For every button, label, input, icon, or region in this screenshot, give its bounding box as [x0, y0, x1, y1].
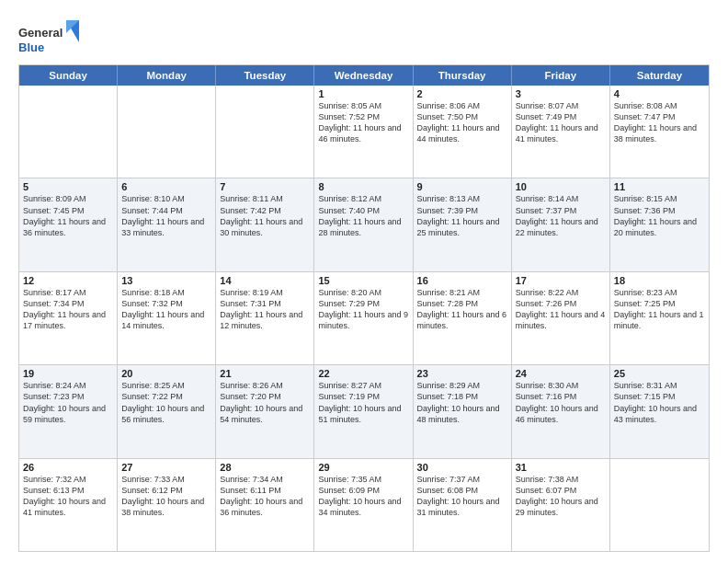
cell-info: Sunrise: 8:20 AM Sunset: 7:29 PM Dayligh… — [318, 287, 408, 332]
day-number: 10 — [516, 181, 606, 192]
day-number: 19 — [23, 368, 113, 379]
day-number: 4 — [614, 88, 705, 99]
day-number: 25 — [614, 368, 705, 379]
cell-info: Sunrise: 8:12 AM Sunset: 7:40 PM Dayligh… — [318, 193, 408, 238]
calendar-row-5: 26Sunrise: 7:32 AM Sunset: 6:13 PM Dayli… — [19, 458, 709, 551]
day-header-tuesday: Tuesday — [216, 65, 314, 86]
cal-cell: 20Sunrise: 8:25 AM Sunset: 7:22 PM Dayli… — [118, 365, 216, 457]
day-number: 31 — [516, 462, 606, 473]
cal-cell: 30Sunrise: 7:37 AM Sunset: 6:08 PM Dayli… — [414, 459, 512, 551]
cal-cell: 22Sunrise: 8:27 AM Sunset: 7:19 PM Dayli… — [314, 365, 413, 457]
cal-cell: 15Sunrise: 8:20 AM Sunset: 7:29 PM Dayli… — [314, 272, 413, 364]
cal-cell — [19, 86, 118, 178]
day-number: 17 — [516, 275, 606, 286]
cell-info: Sunrise: 8:29 AM Sunset: 7:18 PM Dayligh… — [417, 380, 507, 425]
day-number: 16 — [417, 275, 507, 286]
cell-info: Sunrise: 7:37 AM Sunset: 6:08 PM Dayligh… — [417, 474, 507, 519]
day-header-wednesday: Wednesday — [314, 65, 413, 86]
day-number: 1 — [318, 88, 408, 99]
cell-info: Sunrise: 8:06 AM Sunset: 7:50 PM Dayligh… — [417, 100, 507, 145]
day-number: 5 — [23, 181, 113, 192]
cell-info: Sunrise: 8:22 AM Sunset: 7:26 PM Dayligh… — [516, 287, 606, 332]
cal-cell: 13Sunrise: 8:18 AM Sunset: 7:32 PM Dayli… — [118, 272, 216, 364]
day-number: 28 — [220, 462, 310, 473]
cell-info: Sunrise: 7:35 AM Sunset: 6:09 PM Dayligh… — [318, 474, 408, 519]
cell-info: Sunrise: 8:18 AM Sunset: 7:32 PM Dayligh… — [121, 287, 211, 332]
day-number: 21 — [220, 368, 310, 379]
cal-cell — [216, 86, 314, 178]
cal-cell: 6Sunrise: 8:10 AM Sunset: 7:44 PM Daylig… — [118, 178, 216, 270]
cal-cell — [118, 86, 216, 178]
cell-info: Sunrise: 7:33 AM Sunset: 6:12 PM Dayligh… — [121, 474, 211, 519]
day-number: 6 — [121, 181, 211, 192]
cell-info: Sunrise: 8:08 AM Sunset: 7:47 PM Dayligh… — [614, 100, 705, 145]
cell-info: Sunrise: 8:30 AM Sunset: 7:16 PM Dayligh… — [516, 380, 606, 425]
calendar-body: 1Sunrise: 8:05 AM Sunset: 7:52 PM Daylig… — [19, 86, 709, 551]
day-header-friday: Friday — [512, 65, 610, 86]
cell-info: Sunrise: 8:14 AM Sunset: 7:37 PM Dayligh… — [516, 193, 606, 238]
cell-info: Sunrise: 7:32 AM Sunset: 6:13 PM Dayligh… — [23, 474, 113, 519]
cal-cell: 18Sunrise: 8:23 AM Sunset: 7:25 PM Dayli… — [610, 272, 709, 364]
cal-cell: 24Sunrise: 8:30 AM Sunset: 7:16 PM Dayli… — [512, 365, 610, 457]
header: General Blue — [18, 17, 710, 57]
day-header-sunday: Sunday — [19, 65, 118, 86]
day-header-saturday: Saturday — [610, 65, 709, 86]
cell-info: Sunrise: 8:15 AM Sunset: 7:36 PM Dayligh… — [614, 193, 705, 238]
calendar-row-2: 5Sunrise: 8:09 AM Sunset: 7:45 PM Daylig… — [19, 178, 709, 270]
day-number: 14 — [220, 275, 310, 286]
cal-cell — [610, 459, 709, 551]
cell-info: Sunrise: 8:25 AM Sunset: 7:22 PM Dayligh… — [121, 380, 211, 425]
day-number: 18 — [614, 275, 705, 286]
cal-cell: 10Sunrise: 8:14 AM Sunset: 7:37 PM Dayli… — [512, 178, 610, 270]
cell-info: Sunrise: 8:24 AM Sunset: 7:23 PM Dayligh… — [23, 380, 113, 425]
cell-info: Sunrise: 8:21 AM Sunset: 7:28 PM Dayligh… — [417, 287, 507, 332]
calendar-row-1: 1Sunrise: 8:05 AM Sunset: 7:52 PM Daylig… — [19, 86, 709, 178]
cal-cell: 21Sunrise: 8:26 AM Sunset: 7:20 PM Dayli… — [216, 365, 314, 457]
day-number: 23 — [417, 368, 507, 379]
page: General Blue SundayMondayTuesdayWednesda… — [0, 0, 728, 563]
cal-cell: 3Sunrise: 8:07 AM Sunset: 7:49 PM Daylig… — [512, 86, 610, 178]
cell-info: Sunrise: 8:19 AM Sunset: 7:31 PM Dayligh… — [220, 287, 310, 332]
cell-info: Sunrise: 8:23 AM Sunset: 7:25 PM Dayligh… — [614, 287, 705, 332]
cell-info: Sunrise: 8:05 AM Sunset: 7:52 PM Dayligh… — [318, 100, 408, 145]
day-number: 29 — [318, 462, 408, 473]
calendar-header: SundayMondayTuesdayWednesdayThursdayFrid… — [19, 65, 709, 86]
cal-cell: 25Sunrise: 8:31 AM Sunset: 7:15 PM Dayli… — [610, 365, 709, 457]
day-number: 26 — [23, 462, 113, 473]
day-number: 15 — [318, 275, 408, 286]
day-number: 2 — [417, 88, 507, 99]
day-number: 9 — [417, 181, 507, 192]
cal-cell: 23Sunrise: 8:29 AM Sunset: 7:18 PM Dayli… — [414, 365, 512, 457]
cell-info: Sunrise: 7:38 AM Sunset: 6:07 PM Dayligh… — [516, 474, 606, 519]
cal-cell: 28Sunrise: 7:34 AM Sunset: 6:11 PM Dayli… — [216, 459, 314, 551]
cal-cell: 26Sunrise: 7:32 AM Sunset: 6:13 PM Dayli… — [19, 459, 118, 551]
cell-info: Sunrise: 8:07 AM Sunset: 7:49 PM Dayligh… — [516, 100, 606, 145]
cal-cell: 17Sunrise: 8:22 AM Sunset: 7:26 PM Dayli… — [512, 272, 610, 364]
day-number: 22 — [318, 368, 408, 379]
cal-cell: 19Sunrise: 8:24 AM Sunset: 7:23 PM Dayli… — [19, 365, 118, 457]
day-number: 12 — [23, 275, 113, 286]
cal-cell: 31Sunrise: 7:38 AM Sunset: 6:07 PM Dayli… — [512, 459, 610, 551]
cal-cell: 9Sunrise: 8:13 AM Sunset: 7:39 PM Daylig… — [414, 178, 512, 270]
cell-info: Sunrise: 8:11 AM Sunset: 7:42 PM Dayligh… — [220, 193, 310, 238]
logo: General Blue — [18, 17, 83, 57]
day-number: 7 — [220, 181, 310, 192]
cal-cell: 14Sunrise: 8:19 AM Sunset: 7:31 PM Dayli… — [216, 272, 314, 364]
day-header-thursday: Thursday — [414, 65, 512, 86]
svg-text:General: General — [18, 26, 63, 40]
day-header-monday: Monday — [118, 65, 216, 86]
cal-cell: 11Sunrise: 8:15 AM Sunset: 7:36 PM Dayli… — [610, 178, 709, 270]
cal-cell: 12Sunrise: 8:17 AM Sunset: 7:34 PM Dayli… — [19, 272, 118, 364]
day-number: 8 — [318, 181, 408, 192]
day-number: 11 — [614, 181, 705, 192]
cell-info: Sunrise: 8:10 AM Sunset: 7:44 PM Dayligh… — [121, 193, 211, 238]
cell-info: Sunrise: 8:17 AM Sunset: 7:34 PM Dayligh… — [23, 287, 113, 332]
cell-info: Sunrise: 8:27 AM Sunset: 7:19 PM Dayligh… — [318, 380, 408, 425]
day-number: 3 — [516, 88, 606, 99]
cal-cell: 2Sunrise: 8:06 AM Sunset: 7:50 PM Daylig… — [414, 86, 512, 178]
day-number: 20 — [121, 368, 211, 379]
cell-info: Sunrise: 8:13 AM Sunset: 7:39 PM Dayligh… — [417, 193, 507, 238]
cal-cell: 4Sunrise: 8:08 AM Sunset: 7:47 PM Daylig… — [610, 86, 709, 178]
day-number: 27 — [121, 462, 211, 473]
calendar: SundayMondayTuesdayWednesdayThursdayFrid… — [18, 64, 710, 552]
